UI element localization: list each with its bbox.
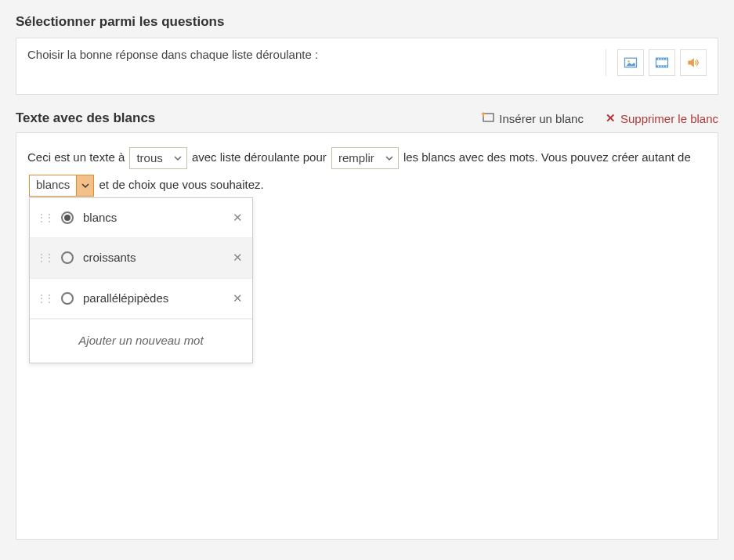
- media-toolbar: [606, 49, 707, 76]
- audio-icon: [685, 55, 701, 70]
- svg-rect-6: [660, 59, 661, 60]
- blanks-header-row: Texte avec des blancs Insérer un blanc ✕…: [0, 104, 734, 132]
- svg-rect-7: [663, 59, 664, 60]
- blank-3-value: blancs: [30, 175, 76, 196]
- blank-option-row[interactable]: ⋮⋮ croissants ✕: [30, 238, 252, 279]
- delete-blank-button[interactable]: ✕ Supprimer le blanc: [606, 111, 718, 125]
- text-fragment: avec liste déroulante pour: [192, 150, 327, 164]
- delete-blank-icon: ✕: [606, 111, 616, 125]
- option-radio[interactable]: [61, 251, 74, 264]
- option-radio[interactable]: [61, 211, 74, 224]
- svg-rect-9: [658, 66, 659, 67]
- blank-1-value: trous: [130, 148, 168, 168]
- video-icon: [654, 55, 670, 70]
- add-option-button[interactable]: Ajouter un nouveau mot: [30, 319, 252, 363]
- blanks-section-header: Texte avec des blancs: [16, 110, 480, 126]
- question-prompt-text[interactable]: Choisir la bonne réponse dans chaque lis…: [27, 48, 707, 61]
- insert-image-button[interactable]: [617, 49, 644, 76]
- option-label: parallélépipèdes: [83, 285, 222, 313]
- insert-blank-label: Insérer un blanc: [499, 112, 584, 125]
- remove-option-button[interactable]: ✕: [231, 285, 244, 313]
- option-radio[interactable]: [61, 292, 74, 305]
- blank-2-value: remplir: [332, 148, 381, 168]
- question-section-header: Sélectionner parmi les questions: [0, 0, 734, 38]
- svg-rect-12: [666, 66, 667, 67]
- blank-options-dropdown: ⋮⋮ blancs ✕ ⋮⋮ croissants ✕ ⋮⋮ parallélé…: [29, 197, 253, 363]
- drag-handle-icon[interactable]: ⋮⋮: [36, 293, 52, 304]
- text-fragment: les blancs avec des mots. Vous pouvez cr…: [403, 150, 691, 164]
- text-fragment: Ceci est un texte à: [27, 150, 125, 164]
- delete-blank-label: Supprimer le blanc: [620, 112, 718, 125]
- remove-option-button[interactable]: ✕: [231, 244, 244, 272]
- blank-select-1[interactable]: trous: [129, 147, 186, 169]
- svg-rect-10: [660, 66, 661, 67]
- chevron-down-icon: [169, 148, 186, 168]
- editor-text: Ceci est un texte à trous avec liste dér…: [27, 144, 707, 198]
- insert-audio-button[interactable]: [680, 49, 707, 76]
- question-panel: Choisir la bonne réponse dans chaque lis…: [16, 38, 718, 95]
- insert-blank-icon: [480, 112, 494, 125]
- image-icon: [623, 55, 638, 70]
- editor-panel[interactable]: Ceci est un texte à trous avec liste dér…: [16, 132, 718, 540]
- insert-video-button[interactable]: [649, 49, 675, 76]
- drag-handle-icon[interactable]: ⋮⋮: [36, 212, 52, 223]
- insert-blank-button[interactable]: Insérer un blanc: [480, 112, 584, 125]
- svg-rect-5: [658, 59, 659, 60]
- svg-point-1: [627, 60, 630, 63]
- chevron-down-icon: [381, 148, 398, 168]
- remove-option-button[interactable]: ✕: [231, 204, 244, 232]
- svg-rect-13: [483, 114, 494, 121]
- blank-select-3[interactable]: blancs ⋮⋮ blancs ✕ ⋮⋮ croissants ✕: [29, 175, 94, 197]
- blank-select-2[interactable]: remplir: [331, 147, 399, 169]
- option-label: croissants: [83, 244, 222, 272]
- blanks-actions: Insérer un blanc ✕ Supprimer le blanc: [480, 111, 718, 125]
- blank-option-row[interactable]: ⋮⋮ parallélépipèdes ✕: [30, 279, 252, 320]
- drag-handle-icon[interactable]: ⋮⋮: [36, 252, 52, 263]
- option-label: blancs: [83, 204, 222, 232]
- svg-rect-8: [666, 59, 667, 60]
- text-fragment: et de choix que vous souhaitez.: [99, 178, 264, 191]
- svg-rect-11: [663, 66, 664, 67]
- chevron-down-icon: [76, 175, 93, 196]
- blank-option-row[interactable]: ⋮⋮ blancs ✕: [30, 198, 252, 239]
